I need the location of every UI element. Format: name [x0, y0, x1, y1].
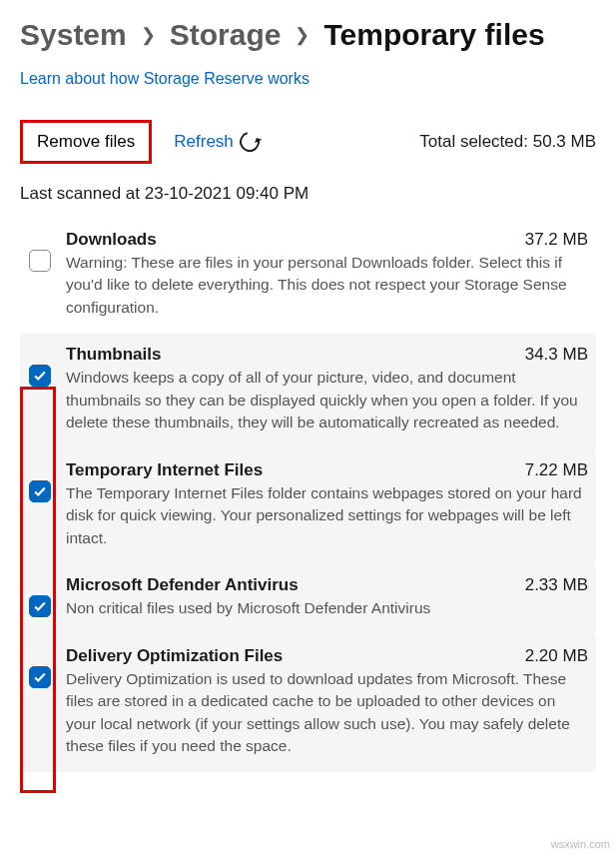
checkbox[interactable] [29, 666, 51, 688]
list-item: Delivery Optimization Files2.20 MBDelive… [20, 634, 596, 772]
items-list: Downloads37.2 MBWarning: These are files… [20, 218, 596, 772]
item-size: 34.3 MB [525, 345, 588, 365]
checkbox[interactable] [29, 365, 51, 387]
list-item: Thumbnails34.3 MBWindows keeps a copy of… [20, 333, 596, 447]
item-description: Warning: These are files in your persona… [66, 252, 588, 319]
refresh-label: Refresh [174, 132, 234, 152]
item-title: Downloads [66, 230, 157, 250]
refresh-button[interactable]: Refresh [174, 132, 260, 152]
last-scanned-text: Last scanned at 23-10-2021 09:40 PM [20, 184, 596, 204]
item-size: 2.33 MB [525, 575, 588, 595]
item-title: Microsoft Defender Antivirus [66, 575, 299, 595]
checkbox[interactable] [29, 595, 51, 617]
item-title: Temporary Internet Files [66, 460, 263, 480]
item-description: The Temporary Internet Files folder cont… [66, 482, 588, 549]
item-size: 2.20 MB [525, 646, 588, 666]
chevron-right-icon: ❯ [295, 24, 309, 46]
item-size: 7.22 MB [525, 460, 588, 480]
total-value: 50.3 MB [533, 132, 596, 151]
learn-more-link[interactable]: Learn about how Storage Reserve works [20, 70, 309, 88]
refresh-icon [236, 128, 263, 155]
total-label: Total selected: [419, 132, 532, 151]
checkbox[interactable] [29, 250, 51, 272]
breadcrumb-storage[interactable]: Storage [170, 18, 282, 52]
action-row: Remove files Refresh Total selected: 50.… [20, 120, 596, 164]
list-item: Temporary Internet Files7.22 MBThe Tempo… [20, 448, 596, 563]
breadcrumb-current: Temporary files [323, 18, 544, 52]
checkbox[interactable] [29, 480, 51, 502]
item-title: Delivery Optimization Files [66, 646, 283, 666]
chevron-right-icon: ❯ [141, 24, 156, 46]
item-description: Windows keeps a copy of all of your pict… [66, 367, 588, 433]
total-selected: Total selected: 50.3 MB [419, 132, 596, 152]
list-item: Microsoft Defender Antivirus2.33 MBNon c… [20, 563, 596, 633]
item-size: 37.2 MB [525, 230, 588, 250]
breadcrumb: System ❯ Storage ❯ Temporary files [20, 18, 596, 52]
item-description: Non critical files used by Microsoft Def… [66, 597, 588, 619]
remove-files-button[interactable]: Remove files [20, 120, 152, 164]
item-description: Delivery Optimization is used to downloa… [66, 668, 588, 758]
list-item: Downloads37.2 MBWarning: These are files… [20, 218, 596, 333]
breadcrumb-system[interactable]: System [20, 18, 127, 52]
item-title: Thumbnails [66, 345, 161, 365]
